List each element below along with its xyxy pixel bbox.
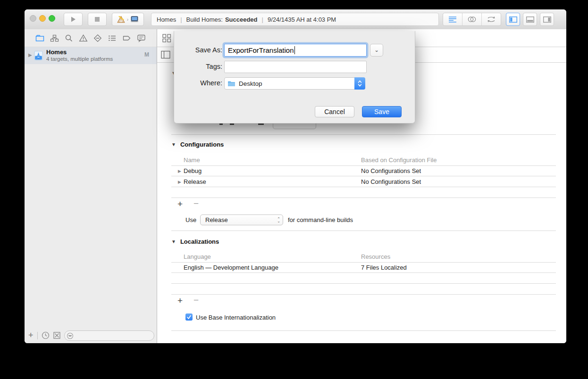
separator [171,165,556,166]
navigator-sidebar: ▶ Homes 4 targets, multiple platforms M … [25,29,157,343]
project-subtitle: 4 targets, multiple platforms [46,56,113,62]
project-name: Homes [46,49,67,56]
section-disclosure-icon[interactable]: ▼ [171,142,176,147]
localizations-section-header[interactable]: ▼Localizations [171,238,219,245]
project-row[interactable]: ▶ Homes 4 targets, multiple platforms M [25,47,157,64]
divider [37,332,38,339]
toolbar: › Homes | Build Homes: Succeeded | 9/24/… [25,9,566,30]
text-caret [294,46,295,54]
breakpoint-navigator-tab[interactable] [122,34,131,42]
save-sheet-dialog: Save As: ExportForTranslation ⌄ Tags: Wh… [174,31,415,124]
checkmark-icon [186,315,192,320]
separator [171,294,556,295]
row-disclosure-icon[interactable]: ▶ [178,180,181,184]
stop-button[interactable] [88,13,107,26]
section-disclosure-icon[interactable]: ▼ [171,239,176,244]
chevron-right-icon: › [127,17,128,22]
filter-input[interactable] [64,330,154,341]
remove-configuration-button[interactable]: − [193,200,199,207]
save-as-label: Save As: [174,46,222,54]
project-file-icon [34,51,43,60]
add-configuration-button[interactable]: + [177,201,183,207]
activity-viewer: Homes | Build Homes: Succeeded | 9/24/14… [151,13,439,26]
stop-icon [94,16,100,22]
remove-localization-button[interactable]: − [193,297,199,304]
tags-input[interactable] [224,61,367,73]
where-popup[interactable]: Desktop [224,77,365,90]
save-as-input[interactable]: ExportForTranslation [224,44,367,57]
scheme-selector[interactable]: › [112,13,144,26]
separator [171,134,556,135]
assistant-editor-icon [467,16,477,23]
config-row-name[interactable]: Debug [184,167,202,174]
debug-navigator-tab[interactable] [108,34,117,42]
standard-editor-icon [448,16,457,23]
expand-sheet-button[interactable]: ⌄ [370,44,383,57]
symbol-navigator-tab[interactable] [50,34,59,42]
separator [171,176,556,176]
minimize-window-button[interactable] [39,15,46,22]
recent-files-clock-icon[interactable] [42,331,50,339]
configurations-section-header[interactable]: ▼Configurations [171,141,224,148]
project-navigator-tab[interactable] [35,34,44,42]
navigator-panel-icon [509,16,517,23]
desktop-background: › Homes | Build Homes: Succeeded | 9/24/… [0,0,588,379]
where-stepper-icon [354,77,365,90]
related-items-icon[interactable] [162,33,172,43]
hide-sidebar-icon[interactable] [160,50,171,59]
column-header-language: Language [184,253,211,260]
localization-row-resources[interactable]: 7 Files Localized [361,264,407,271]
zoom-window-button[interactable] [49,15,55,22]
status-build-prefix: Build Homes: [186,16,223,23]
chevron-down-icon: ⌄ [374,47,378,53]
issue-navigator-tab[interactable] [79,34,88,42]
play-icon [70,16,76,23]
hidden-text-fragment [258,124,264,125]
modified-badge: M [144,51,149,58]
close-window-button[interactable] [30,15,36,22]
where-label: Where: [174,79,222,87]
find-navigator-tab[interactable] [65,34,73,42]
standard-editor-button[interactable] [443,13,462,25]
folder-icon [227,81,235,87]
assistant-editor-button[interactable] [462,13,482,25]
version-editor-button[interactable] [482,13,501,25]
status-timestamp: 9/24/1435 AH at 4:03 PM [268,16,336,23]
toggle-utilities-button[interactable] [540,13,554,26]
config-row-name[interactable]: Release [184,178,206,185]
xcode-window: › Homes | Build Homes: Succeeded | 9/24/… [25,9,566,343]
row-disclosure-icon[interactable]: ▶ [178,169,181,173]
cancel-button-label: Cancel [324,108,345,115]
report-navigator-tab[interactable] [137,34,146,42]
test-navigator-tab[interactable] [93,34,102,42]
separator [171,231,556,231]
status-divider: | [180,16,182,23]
status-project: Homes [157,16,176,23]
separator [171,330,556,331]
editor-mode-group [443,13,501,26]
base-internationalization-checkbox[interactable] [185,313,193,321]
separator [171,283,556,284]
run-button[interactable] [64,13,83,26]
localization-row-language[interactable]: English — Development Language [184,264,278,271]
command-line-config-popup[interactable]: Release ⌃⌄ [200,214,283,225]
navigator-filter-bar: + [25,329,157,343]
scheme-app-icon [117,16,125,23]
config-row-file[interactable]: No Configurations Set [361,167,421,174]
config-row-file[interactable]: No Configurations Set [361,178,421,185]
toggle-navigator-button[interactable] [506,13,520,26]
popup-stepper-icon: ⌃⌄ [277,218,280,222]
where-value: Desktop [239,80,262,87]
disclosure-triangle-icon[interactable]: ▶ [28,52,32,58]
hidden-text-fragment [219,124,223,125]
tags-label: Tags: [174,63,222,70]
toggle-debug-area-button[interactable] [523,13,537,26]
separator [171,198,556,198]
navigator-tab-bar [25,29,157,47]
add-icon[interactable]: + [28,330,34,340]
unsaved-files-icon[interactable] [53,331,61,339]
cancel-button[interactable]: Cancel [315,106,354,117]
add-localization-button[interactable]: + [177,297,183,304]
save-button[interactable]: Save [362,106,402,117]
save-button-label: Save [374,108,389,115]
